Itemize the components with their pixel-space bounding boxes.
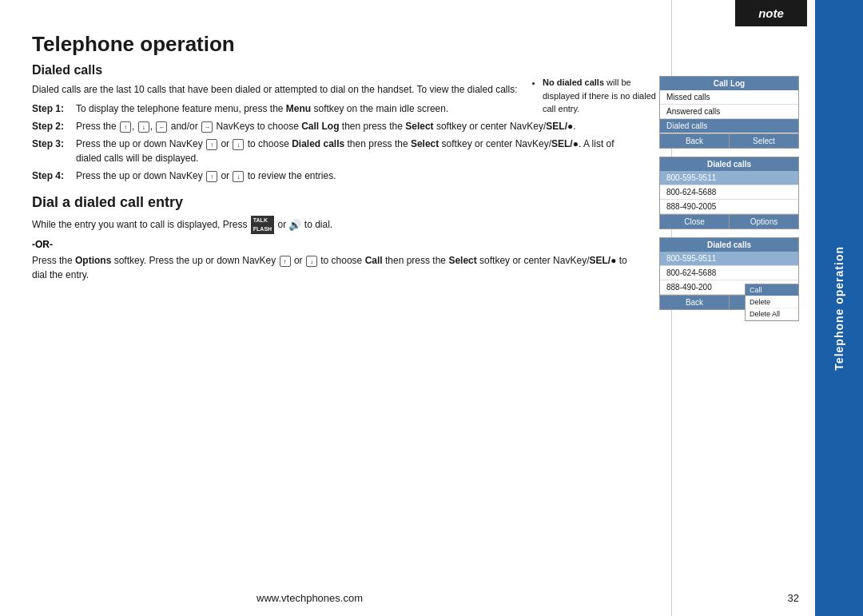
popup-item-call[interactable]: Call: [746, 284, 798, 296]
page-title: Telephone operation: [32, 32, 639, 57]
note-text-area: No dialed calls will be displayed if the…: [531, 76, 659, 119]
or-label: -OR-: [32, 239, 639, 250]
panel1-item-dialed: Dialed calls: [660, 119, 798, 133]
step4-row: Step 4: Press the up or down NavKey ↑ or…: [32, 169, 639, 183]
panel1-header: Call Log: [660, 77, 798, 90]
panel3-back-btn[interactable]: Back: [660, 296, 730, 309]
step4-text: Press the up or down NavKey ↑ or ↓ to re…: [76, 169, 639, 183]
step3-row: Step 3: Press the up or down NavKey ↑ or…: [32, 137, 639, 165]
popup-menu: Call Delete Delete All: [745, 284, 799, 321]
phone-panel-1: Call Log Missed calls Answered calls Dia…: [659, 76, 799, 149]
panel1-item-answered: Answered calls: [660, 105, 798, 119]
navkey-up-icon: ↑: [120, 121, 131, 133]
panel2-header: Dialed calls: [660, 157, 798, 171]
panel3-item-3: 888-490-200 Call Delete Delete All: [660, 280, 798, 295]
navkey-down4-icon: ↓: [306, 256, 317, 267]
navkey-down3-icon: ↓: [233, 171, 244, 182]
step2-text: Press the ↑, ↓, ← and/or → NavKeys to ch…: [76, 119, 639, 133]
page-number: 32: [788, 592, 799, 604]
note-label: note: [758, 6, 784, 20]
panel2-item-3: 888-490-2005: [660, 200, 798, 214]
panel3-header: Dialed calls: [660, 238, 798, 252]
step1-label: Step 1:: [32, 101, 76, 116]
navkey-down2-icon: ↓: [233, 139, 244, 150]
panels-area: Call Log Missed calls Answered calls Dia…: [659, 76, 807, 310]
phone-panel-3: Dialed calls 800-595-9511 800-624-5688 8…: [659, 237, 799, 310]
navkey-down-icon: ↓: [138, 121, 149, 133]
panel3-item-2: 800-624-5688: [660, 266, 798, 280]
section2-text2: Press the Options softkey. Press the up …: [32, 253, 639, 282]
phone-panel-2: Dialed calls 800-595-9511 800-624-5688 8…: [659, 157, 799, 229]
panel2-footer: Close Options: [660, 214, 798, 229]
footer-url: www.vtechphones.com: [257, 592, 363, 604]
note-bullet-item: No dialed calls will be displayed if the…: [543, 76, 659, 116]
sidebar-label: Telephone operation: [833, 246, 845, 371]
panel2-item-1: 800-595-9511: [660, 171, 798, 185]
section2-text1: While the entry you want to call is disp…: [32, 216, 639, 234]
popup-item-delete-all[interactable]: Delete All: [746, 308, 798, 320]
step2-row: Step 2: Press the ↑, ↓, ← and/or → NavKe…: [32, 119, 639, 133]
panel1-back-btn[interactable]: Back: [660, 134, 730, 148]
step4-label: Step 4:: [32, 169, 76, 183]
navkey-left-icon: ←: [156, 121, 167, 133]
step2-label: Step 2:: [32, 119, 76, 133]
talk-flash-icon: TALKFLASH: [251, 216, 274, 234]
navkey-up4-icon: ↑: [280, 256, 291, 267]
panel2-options-btn[interactable]: Options: [730, 215, 798, 229]
panel1-item-missed: Missed calls: [660, 90, 798, 105]
speaker-icon: 🔊: [288, 217, 301, 233]
right-sidebar: Telephone operation: [815, 0, 863, 616]
panel1-footer: Back Select: [660, 133, 798, 148]
note-bullet-bold: No dialed calls: [543, 77, 604, 87]
panel1-select-btn[interactable]: Select: [730, 134, 798, 148]
phone-panel-3-container: Dialed calls 800-595-9511 800-624-5688 8…: [659, 237, 799, 310]
navkey-right-icon: →: [201, 121, 213, 133]
navkey-up3-icon: ↑: [206, 171, 217, 182]
section2-title: Dial a dialed call entry: [32, 194, 639, 211]
step3-label: Step 3:: [32, 137, 76, 165]
panel2-item-2: 800-624-5688: [660, 185, 798, 200]
panel2-close-btn[interactable]: Close: [660, 215, 730, 229]
panel3-item-1: 800-595-9511: [660, 252, 798, 266]
navkey-up2-icon: ↑: [206, 139, 217, 150]
step3-text: Press the up or down NavKey ↑ or ↓ to ch…: [76, 137, 639, 165]
panel3-item-3-text: 888-490-200: [666, 283, 712, 292]
note-box: note: [735, 0, 807, 26]
popup-item-delete[interactable]: Delete: [746, 296, 798, 308]
footer: www.vtechphones.com: [0, 592, 619, 604]
